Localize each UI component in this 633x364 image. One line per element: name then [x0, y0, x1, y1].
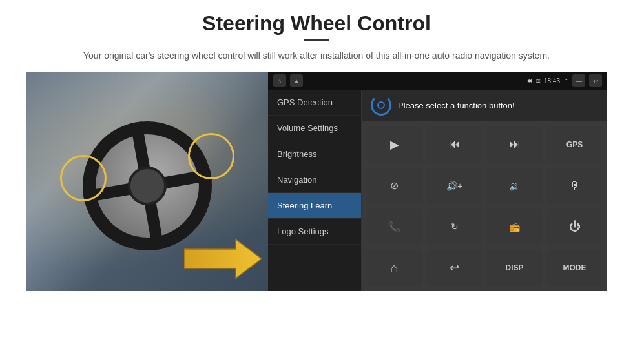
btn-play[interactable]: ▶	[367, 126, 422, 163]
car-display: ⌂ ▲ ✱ ≋ 18:43 ⌃ — ↩ GPS Detection	[268, 72, 607, 291]
menu-item-brightness[interactable]: Brightness	[268, 141, 361, 167]
btn-phone[interactable]: 📞	[367, 209, 422, 245]
circle-right	[188, 133, 234, 179]
expand-icon: ⌃	[563, 77, 568, 85]
btn-vol-down[interactable]: 🔉	[487, 168, 542, 204]
btn-gps[interactable]: GPS	[547, 126, 602, 163]
status-icons: ✱ ≋ 18:43 ⌃	[527, 77, 568, 85]
btn-power[interactable]: ⏻	[547, 209, 602, 245]
arrow-icon	[184, 236, 262, 281]
panel-header: Please select a function button!	[362, 90, 607, 121]
page-subtitle: Your original car's steering wheel contr…	[83, 49, 550, 63]
menu-item-volume[interactable]: Volume Settings	[268, 116, 361, 141]
svg-marker-0	[184, 239, 262, 278]
btn-vol-up[interactable]: 🔊+	[427, 168, 482, 204]
menu-item-navigation[interactable]: Navigation	[268, 167, 361, 193]
btn-mute[interactable]: ⊘	[367, 168, 422, 204]
btn-back[interactable]: ↩	[427, 250, 482, 286]
wifi-icon: ≋	[535, 77, 541, 85]
function-panel: Please select a function button! ▶ ⏮ ⏭ G…	[362, 90, 607, 291]
btn-loop[interactable]: ↻	[427, 209, 482, 245]
btn-mic[interactable]: 🎙	[547, 168, 602, 204]
window-controls: — ↩	[572, 74, 602, 87]
menu-item-logo[interactable]: Logo Settings	[268, 219, 361, 245]
menu-item-steering-learn[interactable]: Steering Learn	[268, 193, 361, 219]
nav-icons: ⌂ ▲	[273, 74, 523, 87]
bluetooth-icon: ✱	[527, 77, 532, 85]
circle-left	[60, 155, 107, 201]
btn-radio[interactable]: 📻	[487, 209, 542, 245]
arrow-nav-icon[interactable]: ▲	[290, 74, 303, 87]
btn-disp[interactable]: DISP	[487, 250, 542, 286]
menu-item-gps[interactable]: GPS Detection	[268, 90, 361, 116]
minimize-icon[interactable]: —	[572, 74, 585, 87]
page-title: Steering Wheel Control	[202, 12, 431, 35]
display-body: GPS Detection Volume Settings Brightness…	[268, 90, 607, 291]
btn-home[interactable]: ⌂	[367, 250, 422, 286]
back-icon[interactable]: ↩	[589, 74, 602, 87]
panel-title: Please select a function button!	[398, 101, 515, 110]
home-nav-icon[interactable]: ⌂	[273, 74, 286, 87]
sync-icon	[371, 95, 391, 116]
steering-image	[26, 72, 268, 291]
btn-prev[interactable]: ⏮	[427, 126, 482, 163]
menu-list: GPS Detection Volume Settings Brightness…	[268, 90, 362, 291]
btn-next[interactable]: ⏭	[487, 126, 542, 163]
time-display: 18:43	[544, 77, 560, 85]
main-content: ⌂ ▲ ✱ ≋ 18:43 ⌃ — ↩ GPS Detection	[26, 72, 607, 291]
status-bar: ⌂ ▲ ✱ ≋ 18:43 ⌃ — ↩	[268, 72, 607, 90]
btn-mode[interactable]: MODE	[547, 250, 602, 286]
function-grid: ▶ ⏮ ⏭ GPS ⊘ 🔊+ 🔉 🎙 📞 ↻ 📻 ⏻	[362, 121, 607, 291]
title-divider	[304, 39, 329, 41]
